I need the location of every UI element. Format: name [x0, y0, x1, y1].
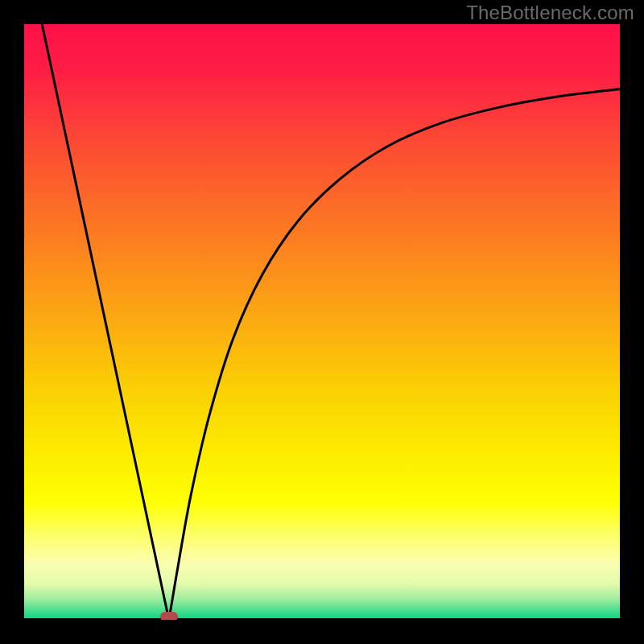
curve-layer — [24, 24, 620, 620]
plot-area — [24, 24, 620, 620]
curve-path — [42, 24, 620, 620]
x-axis-baseline — [24, 618, 620, 620]
watermark-text: TheBottleneck.com — [466, 2, 634, 24]
chart-container: TheBottleneck.com — [0, 0, 644, 644]
optimum-marker — [160, 612, 178, 620]
